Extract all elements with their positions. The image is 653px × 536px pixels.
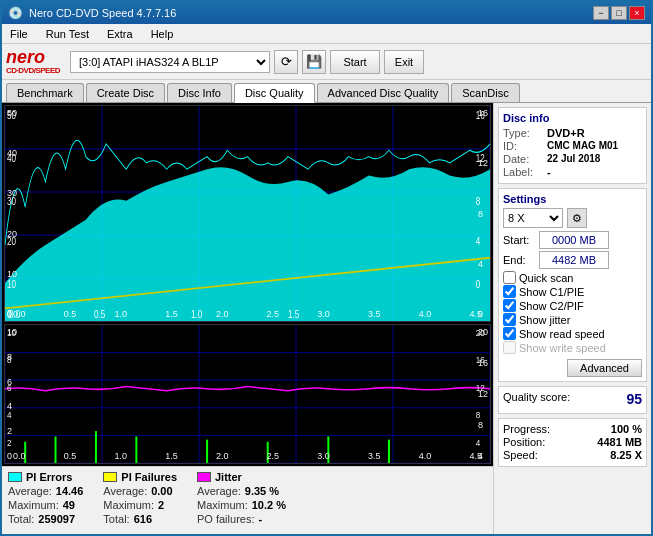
settings-icon-btn[interactable]: ⚙: [567, 208, 587, 228]
type-value: DVD+R: [547, 127, 585, 139]
window-title: Nero CD-DVD Speed 4.7.7.16: [29, 7, 176, 19]
window: 💿 Nero CD-DVD Speed 4.7.7.16 − □ × File …: [0, 0, 653, 536]
id-value: CMC MAG M01: [547, 140, 618, 152]
exit-button[interactable]: Exit: [384, 50, 424, 74]
bottom-chart-svg: 10 8 6 4 2 20 16 12 8 4: [5, 325, 490, 463]
app-icon: 💿: [8, 6, 23, 20]
pi-failures-total-value: 616: [134, 513, 152, 525]
menu-extra[interactable]: Extra: [103, 27, 137, 41]
logo-sub: CD·DVD/SPEED: [6, 66, 60, 75]
menu-run-test[interactable]: Run Test: [42, 27, 93, 41]
charts-and-legend: 50 40 30 20 10 0 16 12 8 4 0 0.0: [2, 103, 493, 534]
quick-scan-checkbox[interactable]: [503, 271, 516, 284]
read-speed-checkbox[interactable]: [503, 327, 516, 340]
pi-errors-total-label: Total:: [8, 513, 34, 525]
menu-file[interactable]: File: [6, 27, 32, 41]
pi-failures-avg-label: Average:: [103, 485, 147, 497]
disc-info-section: Disc info Type: DVD+R ID: CMC MAG M01 Da…: [498, 107, 647, 184]
advanced-button[interactable]: Advanced: [567, 359, 642, 377]
minimize-button[interactable]: −: [593, 6, 609, 20]
c1pie-checkbox[interactable]: [503, 285, 516, 298]
disc-label-value: -: [547, 166, 551, 178]
end-mb-label: End:: [503, 254, 535, 266]
menu-bar: File Run Test Extra Help: [2, 24, 651, 44]
legend-jitter: Jitter Average: 9.35 % Maximum: 10.2 % P…: [197, 471, 286, 525]
date-label: Date:: [503, 153, 543, 165]
pi-errors-avg-label: Average:: [8, 485, 52, 497]
pi-failures-color-box: [103, 472, 117, 482]
write-speed-label: Show write speed: [519, 342, 606, 354]
bottom-chart: 10 8 6 4 2 20 16 12 8 4 10: [4, 324, 491, 464]
save-icon-btn[interactable]: 💾: [302, 50, 326, 74]
main-content: 50 40 30 20 10 0 16 12 8 4 0 0.0: [2, 103, 651, 534]
pi-failures-label: PI Failures: [121, 471, 177, 483]
start-button[interactable]: Start: [330, 50, 380, 74]
tab-create-disc[interactable]: Create Disc: [86, 83, 165, 102]
menu-help[interactable]: Help: [147, 27, 178, 41]
right-panel: Disc info Type: DVD+R ID: CMC MAG M01 Da…: [493, 103, 651, 534]
window-controls: − □ ×: [593, 6, 645, 20]
refresh-icon-btn[interactable]: ⟳: [274, 50, 298, 74]
maximize-button[interactable]: □: [611, 6, 627, 20]
jitter-label: Jitter: [215, 471, 242, 483]
logo-text: nero: [6, 48, 60, 66]
quick-scan-label: Quick scan: [519, 272, 573, 284]
quality-score-label: Quality score:: [503, 391, 570, 407]
jitter-avg-label: Average:: [197, 485, 241, 497]
close-button[interactable]: ×: [629, 6, 645, 20]
legend-pi-failures: PI Failures Average: 0.00 Maximum: 2 Tot…: [103, 471, 177, 525]
jitter-label: Show jitter: [519, 314, 570, 326]
tab-benchmark[interactable]: Benchmark: [6, 83, 84, 102]
disc-label-label: Label:: [503, 166, 543, 178]
date-value: 22 Jul 2018: [547, 153, 600, 165]
quality-section: Quality score: 95: [498, 386, 647, 414]
pi-errors-max-label: Maximum:: [8, 499, 59, 511]
pi-errors-color-box: [8, 472, 22, 482]
tab-bar: Benchmark Create Disc Disc Info Disc Qua…: [2, 80, 651, 103]
pi-failures-max-value: 2: [158, 499, 164, 511]
start-mb-label: Start:: [503, 234, 535, 246]
logo-area: nero CD·DVD/SPEED: [6, 48, 60, 75]
toolbar: nero CD·DVD/SPEED [3:0] ATAPI iHAS324 A …: [2, 44, 651, 80]
jitter-max-label: Maximum:: [197, 499, 248, 511]
pi-errors-total-value: 259097: [38, 513, 75, 525]
charts-container: 50 40 30 20 10 0 16 12 8 4 0 0.0: [2, 103, 493, 466]
jitter-color-box: [197, 472, 211, 482]
progress-section: Progress: 100 % Position: 4481 MB Speed:…: [498, 418, 647, 467]
title-bar: 💿 Nero CD-DVD Speed 4.7.7.16 − □ ×: [2, 2, 651, 24]
top-chart: 50 40 30 20 10 0 16 12 8 4 0 0.0: [4, 105, 491, 322]
top-chart-svg: 50 40 30 20 10 0 16 12 8 4 0 0.0: [5, 106, 490, 321]
jitter-avg-value: 9.35 %: [245, 485, 279, 497]
po-failures-label: PO failures:: [197, 513, 254, 525]
pi-errors-max-value: 49: [63, 499, 75, 511]
pi-errors-avg-value: 14.46: [56, 485, 84, 497]
pi-failures-max-label: Maximum:: [103, 499, 154, 511]
c2pif-label: Show C2/PIF: [519, 300, 584, 312]
c1pie-label: Show C1/PIE: [519, 286, 584, 298]
c2pif-checkbox[interactable]: [503, 299, 516, 312]
progress-label: Progress:: [503, 423, 550, 435]
read-speed-label: Show read speed: [519, 328, 605, 340]
pi-failures-total-label: Total:: [103, 513, 129, 525]
position-value: 4481 MB: [597, 436, 642, 448]
pi-errors-label: PI Errors: [26, 471, 72, 483]
legend-area: PI Errors Average: 14.46 Maximum: 49 Tot…: [2, 466, 493, 534]
progress-value: 100 %: [611, 423, 642, 435]
quality-score-value: 95: [626, 391, 642, 407]
speed-select[interactable]: 8 X: [503, 208, 563, 228]
type-label: Type:: [503, 127, 543, 139]
tab-scandisc[interactable]: ScanDisc: [451, 83, 519, 102]
jitter-checkbox[interactable]: [503, 313, 516, 326]
jitter-max-value: 10.2 %: [252, 499, 286, 511]
tab-disc-quality[interactable]: Disc Quality: [234, 83, 315, 103]
pi-failures-avg-value: 0.00: [151, 485, 172, 497]
speed-value: 8.25 X: [610, 449, 642, 461]
write-speed-checkbox[interactable]: [503, 341, 516, 354]
tab-disc-info[interactable]: Disc Info: [167, 83, 232, 102]
drive-select[interactable]: [3:0] ATAPI iHAS324 A BL1P: [70, 51, 270, 73]
id-label: ID:: [503, 140, 543, 152]
end-mb-input[interactable]: [539, 251, 609, 269]
tab-advanced-disc-quality[interactable]: Advanced Disc Quality: [317, 83, 450, 102]
start-mb-input[interactable]: [539, 231, 609, 249]
disc-info-title: Disc info: [503, 112, 642, 124]
